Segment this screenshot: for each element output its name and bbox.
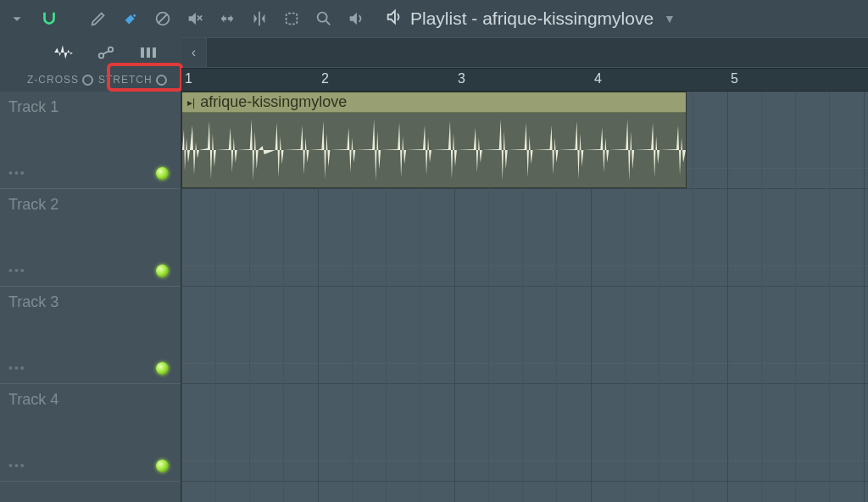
arrangement-grid[interactable]: ▸| afrique-kissingmylove [181,92,868,502]
svg-rect-10 [141,47,144,58]
clip-play-icon: ▸| [187,97,195,109]
track-name: Track 2 [8,196,58,213]
stretch-toggle[interactable]: STRETCH [98,74,167,86]
track-menu-icon[interactable]: ••• [8,264,26,277]
track-enable-led[interactable] [156,265,169,277]
ruler-mark: 2 [321,71,329,86]
track-header[interactable]: Track 2 ••• [0,189,181,287]
audio-clip[interactable]: ▸| afrique-kissingmylove [181,92,687,188]
toolbar: Playlist - afrique-kissingmylove ▼ [0,0,868,37]
menu-dropdown-icon[interactable] [7,8,27,29]
track-enable-led[interactable] [156,362,169,375]
svg-line-1 [159,14,168,24]
waveform [182,113,686,187]
horizontal-scroll[interactable]: ‹ [181,37,868,68]
svg-rect-11 [147,47,150,58]
pencil-tool-icon[interactable] [88,8,108,29]
disable-icon[interactable] [153,8,173,29]
svg-rect-4 [287,14,298,25]
stretch-label: STRETCH [98,74,153,86]
scroll-left-arrow[interactable]: ‹ [181,38,207,67]
track-name: Track 4 [8,391,58,408]
track-headers: Track 1 ••• Track 2 ••• Track 3 ••• Trac… [0,92,181,502]
clip-header[interactable]: ▸| afrique-kissingmylove [182,92,686,113]
track-header[interactable]: Track 4 ••• [0,384,181,482]
track-header[interactable]: Track 1 ••• [0,92,181,189]
audio-mode-tab[interactable] [51,40,76,65]
title-dropdown-icon[interactable]: ▼ [664,12,676,25]
svg-point-5 [318,13,327,22]
svg-rect-12 [153,47,156,58]
window-title: Playlist - afrique-kissingmylove [410,8,654,29]
clip-name: afrique-kissingmylove [200,93,347,111]
ruler-mark: 1 [185,71,192,86]
scroll-track[interactable] [207,47,868,59]
stretch-radio-icon [156,75,167,86]
mode-tabs [0,37,181,68]
pattern-mode-tab[interactable] [136,40,161,65]
slice-icon[interactable] [249,8,270,29]
automation-mode-tab[interactable] [93,40,119,65]
ruler-mark: 4 [594,71,602,86]
options-ruler-row: Z-CROSS STRETCH 1 2 3 4 5 [0,68,868,92]
magnet-snap-icon[interactable] [39,8,59,29]
select-icon[interactable] [281,8,302,29]
track-menu-icon[interactable]: ••• [8,459,26,472]
z-cross-radio-icon [82,75,93,86]
preview-audio-icon[interactable] [346,8,366,29]
track-name: Track 3 [8,293,58,310]
track-header[interactable]: Track 3 ••• [0,287,181,384]
z-cross-label: Z-CROSS [27,74,79,86]
ruler-mark: 3 [458,71,465,86]
zoom-icon[interactable] [314,8,334,29]
ruler-mark: 5 [731,71,738,86]
svg-line-6 [326,21,331,25]
mute-icon[interactable] [185,8,205,29]
speaker-outline-icon [385,8,403,31]
track-enable-led[interactable] [156,167,169,180]
track-name: Track 1 [8,98,58,115]
slip-icon[interactable] [217,8,237,29]
z-cross-toggle[interactable]: Z-CROSS [27,74,93,86]
svg-line-9 [103,51,108,54]
playlist-body: Track 1 ••• Track 2 ••• Track 3 ••• Trac… [0,92,868,502]
subheader: ‹ [0,37,868,68]
paint-tool-icon[interactable] [120,8,141,29]
track-menu-icon[interactable]: ••• [8,361,26,375]
track-enable-led[interactable] [156,460,169,472]
track-menu-icon[interactable]: ••• [8,166,26,180]
timeline-ruler[interactable]: 1 2 3 4 5 [181,68,868,92]
playlist-options: Z-CROSS STRETCH [0,74,181,86]
